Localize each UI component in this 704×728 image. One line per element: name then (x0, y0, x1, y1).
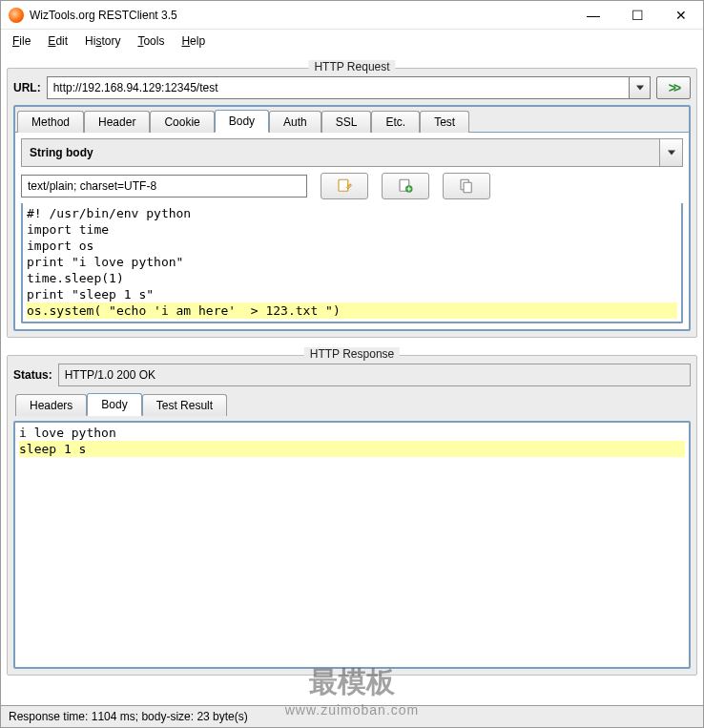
menubar: File Edit History Tools Help (1, 30, 703, 52)
request-tab-strip: MethodHeaderCookieBodyAuthSSLEtc.Test (15, 107, 689, 133)
open-file-button[interactable] (382, 173, 429, 199)
request-tab-method[interactable]: Method (17, 111, 84, 133)
menu-edit[interactable]: Edit (42, 32, 73, 50)
http-request-title: HTTP Request (308, 60, 395, 73)
response-tab-strip: HeadersBodyTest Result (13, 392, 691, 415)
request-tab-body: String body (15, 133, 689, 329)
body-type-label: String body (22, 140, 659, 165)
http-request-panel: HTTP Request URL: >> MethodHeaderCookieB… (7, 68, 697, 338)
menu-history[interactable]: History (79, 32, 126, 50)
code-line: print "i love python" (27, 254, 677, 270)
status-row: Status: HTTP/1.0 200 OK (13, 364, 691, 386)
url-dropdown-button[interactable] (630, 76, 651, 99)
request-tab-ssl[interactable]: SSL (321, 111, 372, 133)
code-line: #! /usr/bin/env python (27, 205, 677, 221)
go-icon: >> (669, 80, 678, 95)
code-line: os.system( "echo 'i am here' > 123.txt "… (27, 302, 677, 319)
code-line: print "sleep 1 s" (27, 286, 677, 302)
document-add-icon (397, 177, 414, 195)
chevron-down-icon (668, 150, 675, 156)
http-response-panel: HTTP Response Status: HTTP/1.0 200 OK He… (7, 355, 697, 676)
statusbar-text: Response time: 1104 ms; body-size: 23 by… (9, 710, 248, 723)
status-label: Status: (13, 368, 52, 382)
copy-button[interactable] (443, 173, 490, 199)
request-body-editor[interactable]: #! /usr/bin/env pythonimport timeimport … (21, 203, 683, 323)
response-line: i love python (19, 425, 685, 441)
response-line: sleep 1 s (19, 441, 685, 457)
url-row: URL: >> (13, 76, 691, 99)
window-title: WizTools.org RESTClient 3.5 (30, 9, 571, 22)
request-tab-auth[interactable]: Auth (269, 111, 321, 133)
request-tab-body[interactable]: Body (215, 110, 269, 133)
maximize-button[interactable]: ☐ (615, 1, 659, 30)
body-type-row: String body (21, 138, 683, 167)
menu-file[interactable]: File (7, 32, 36, 50)
body-type-dropdown-button[interactable] (659, 139, 682, 166)
window-buttons: ― ☐ ✕ (571, 1, 703, 30)
edit-content-type-button[interactable] (321, 173, 368, 199)
menu-tools[interactable]: Tools (132, 32, 170, 50)
code-line: import time (27, 221, 677, 238)
request-tab-etc[interactable]: Etc. (371, 111, 420, 133)
response-tab-body[interactable]: Body (87, 393, 141, 416)
titlebar: WizTools.org RESTClient 3.5 ― ☐ ✕ (1, 1, 703, 30)
close-button[interactable]: ✕ (659, 1, 703, 30)
app-icon (9, 8, 24, 23)
content-type-input[interactable] (21, 175, 307, 198)
http-response-title: HTTP Response (304, 347, 400, 361)
svg-rect-0 (339, 179, 348, 191)
svg-rect-4 (464, 182, 471, 193)
status-value: HTTP/1.0 200 OK (58, 364, 691, 386)
url-combo (47, 76, 651, 99)
copy-icon (458, 177, 475, 195)
url-label: URL: (13, 81, 41, 94)
request-tab-header[interactable]: Header (84, 111, 150, 133)
content-type-row (19, 169, 685, 203)
response-tab-headers[interactable]: Headers (15, 394, 87, 416)
request-tab-test[interactable]: Test (420, 111, 469, 133)
response-tab-testresult[interactable]: Test Result (142, 394, 227, 416)
code-line: import os (27, 238, 677, 254)
menu-help[interactable]: Help (176, 32, 211, 50)
chevron-down-icon (636, 85, 644, 91)
request-tabs: MethodHeaderCookieBodyAuthSSLEtc.Test St… (13, 105, 691, 331)
response-body-viewer[interactable]: i love pythonsleep 1 s (13, 421, 691, 669)
url-input[interactable] (47, 76, 630, 99)
minimize-button[interactable]: ― (571, 1, 615, 30)
code-line: time.sleep(1) (27, 270, 677, 286)
request-tab-cookie[interactable]: Cookie (150, 111, 214, 133)
document-edit-icon (336, 177, 353, 195)
statusbar: Response time: 1104 ms; body-size: 23 by… (1, 705, 703, 727)
go-button[interactable]: >> (656, 76, 691, 99)
